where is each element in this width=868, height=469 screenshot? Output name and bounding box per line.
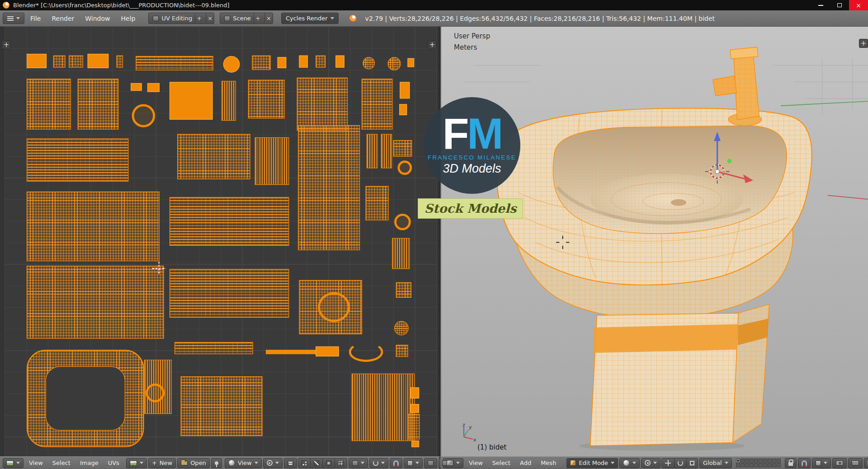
browse-image-button[interactable] <box>126 458 147 468</box>
uv-island[interactable] <box>367 134 377 169</box>
uv-island[interactable] <box>266 350 317 354</box>
uv-island[interactable] <box>27 266 164 339</box>
uv-island[interactable] <box>136 56 213 70</box>
uv-island[interactable] <box>411 441 419 447</box>
remove-layout-button[interactable]: × <box>206 13 214 23</box>
viewport-3d[interactable]: User Persp Meters (1) bidet z y x + <box>441 27 868 456</box>
uv-island[interactable] <box>392 238 410 269</box>
expand-region-button[interactable]: + <box>428 40 437 49</box>
uv-island[interactable] <box>399 104 407 115</box>
uv-island[interactable] <box>27 138 128 182</box>
uv-island[interactable] <box>298 125 360 250</box>
expand-region-button[interactable]: + <box>859 39 868 48</box>
snap-element-dropdown[interactable] <box>812 458 831 468</box>
uv-island[interactable] <box>180 376 262 436</box>
uv-island[interactable] <box>132 104 155 127</box>
scene-selector[interactable]: Scene + × <box>220 13 273 24</box>
remove-scene-button[interactable]: × <box>264 13 273 23</box>
uv-island[interactable] <box>222 81 236 121</box>
render-engine-selector[interactable]: Cycles Render <box>281 13 339 24</box>
uv-island[interactable] <box>407 58 414 67</box>
lock-to-scene-button[interactable] <box>785 458 797 468</box>
translate-manipulator-button[interactable] <box>661 458 675 468</box>
uv-island[interactable] <box>78 79 119 130</box>
layer-cell[interactable] <box>768 459 772 463</box>
uv-island[interactable] <box>223 56 240 73</box>
layer-cell[interactable] <box>736 463 740 467</box>
uv-island[interactable] <box>335 56 344 68</box>
uv-menu-view[interactable]: View <box>25 457 47 469</box>
uv-island[interactable] <box>352 374 415 441</box>
layer-cell[interactable] <box>736 459 740 463</box>
uv-island[interactable] <box>316 56 326 68</box>
uv-sync-selection-toggle[interactable] <box>284 458 297 468</box>
transform-orientation-dropdown[interactable]: Global <box>699 458 731 468</box>
uv-menu-uvs[interactable]: UVs <box>104 457 123 469</box>
uv-island[interactable] <box>410 404 420 413</box>
layer-cell[interactable] <box>777 463 781 467</box>
uv-island[interactable] <box>407 414 420 439</box>
uv-island[interactable] <box>53 56 66 68</box>
uv-island[interactable] <box>396 345 408 357</box>
uv-select-vertex-button[interactable] <box>298 458 311 468</box>
pivot-point-dropdown[interactable] <box>641 458 660 468</box>
layer-cell[interactable] <box>772 459 776 463</box>
uv-island[interactable] <box>177 134 250 179</box>
layer-cell[interactable] <box>768 463 772 467</box>
uv-island[interactable] <box>146 384 165 403</box>
viewport-shading-dropdown[interactable] <box>619 458 640 468</box>
uv-island[interactable] <box>255 137 289 185</box>
menu-help[interactable]: Help <box>116 10 140 26</box>
uv-island[interactable] <box>297 78 348 131</box>
uv-snap-target-dropdown[interactable] <box>404 458 423 468</box>
v3d-menu-view[interactable]: View <box>465 457 487 469</box>
layer-cell[interactable] <box>777 459 781 463</box>
layer-cell[interactable] <box>750 459 754 463</box>
uv-island[interactable] <box>349 342 383 362</box>
uv-island[interactable] <box>387 57 401 70</box>
layer-cell[interactable] <box>772 463 776 467</box>
header-options-button[interactable] <box>864 458 868 468</box>
uv-island[interactable] <box>299 56 308 68</box>
uv-island[interactable] <box>278 57 287 68</box>
opengl-render-image-button[interactable] <box>832 458 847 468</box>
viewport-3d-canvas[interactable] <box>441 27 868 456</box>
v3d-menu-mesh[interactable]: Mesh <box>537 457 560 469</box>
sticky-selection-dropdown[interactable] <box>349 458 368 468</box>
uv-island[interactable] <box>27 79 71 130</box>
uv-menu-image[interactable]: Image <box>76 457 103 469</box>
uv-select-face-button[interactable] <box>322 458 335 468</box>
layer-cell[interactable] <box>754 463 758 467</box>
uv-island[interactable] <box>69 56 83 68</box>
expand-region-button[interactable]: + <box>2 40 11 49</box>
uv-image-editor[interactable]: + + <box>0 27 440 456</box>
uv-2d-cursor[interactable] <box>152 262 165 275</box>
uv-select-island-button[interactable] <box>335 458 347 468</box>
proportional-edit-dropdown[interactable] <box>369 458 388 468</box>
v3d-menu-add[interactable]: Add <box>516 457 535 469</box>
uv-draw-type-button[interactable] <box>424 458 437 468</box>
add-layout-button[interactable]: + <box>195 13 203 23</box>
maximize-button[interactable] <box>830 0 849 10</box>
v3d-menu-select[interactable]: Select <box>488 457 514 469</box>
uv-island[interactable] <box>170 197 289 246</box>
open-image-button[interactable]: Open <box>177 458 210 468</box>
uv-island[interactable] <box>394 214 411 230</box>
uv-pivot-dropdown[interactable] <box>263 458 283 468</box>
layer-cell[interactable] <box>754 459 758 463</box>
uv-island[interactable] <box>248 80 285 119</box>
uv-island[interactable] <box>381 134 392 169</box>
snap-toggle[interactable] <box>798 458 811 468</box>
uv-select-edge-button[interactable] <box>310 458 323 468</box>
uv-island[interactable] <box>362 79 393 130</box>
uv-island[interactable] <box>396 282 411 298</box>
uv-island[interactable] <box>318 292 350 322</box>
uv-island[interactable] <box>393 140 412 157</box>
uv-island[interactable] <box>147 83 160 92</box>
uv-island[interactable] <box>365 186 388 220</box>
menu-file[interactable]: File <box>25 10 46 26</box>
uv-island[interactable] <box>27 350 144 447</box>
rotate-manipulator-button[interactable] <box>674 458 687 468</box>
mode-selector[interactable]: Edit Mode <box>566 458 618 468</box>
uv-island[interactable] <box>170 82 213 119</box>
